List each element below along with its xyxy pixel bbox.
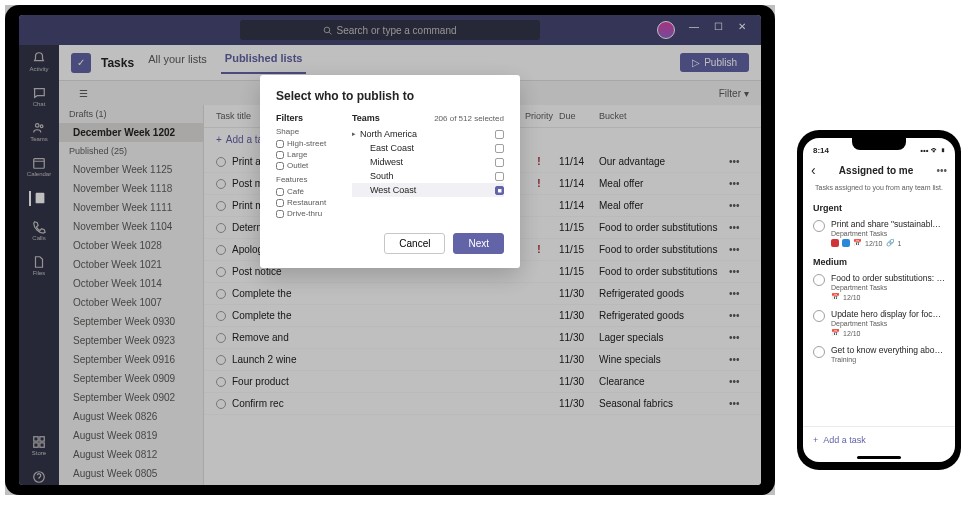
attachment-icon: 🔗	[886, 239, 895, 247]
calendar-icon: 📅	[831, 293, 840, 301]
signal-icons: ••• ᯤ ▮	[920, 146, 945, 155]
team-checkbox[interactable]	[495, 144, 504, 153]
more-button[interactable]: •••	[936, 165, 947, 176]
phone-task-meta: Department Tasks	[831, 320, 945, 327]
team-checkbox[interactable]: ■	[495, 186, 504, 195]
features-label: Features	[276, 175, 338, 184]
phone-task-meta: Training	[831, 356, 945, 363]
cancel-button[interactable]: Cancel	[384, 233, 445, 254]
team-row[interactable]: South	[352, 169, 504, 183]
phone-task-row[interactable]: Food to order substitutions: Post… Depar…	[803, 269, 955, 305]
modal-overlay[interactable]: Select who to publish to Filters Shape H…	[19, 15, 761, 485]
filter-checkbox[interactable]: Restaurant	[276, 197, 338, 208]
filter-checkbox[interactable]: Café	[276, 186, 338, 197]
filters-label: Filters	[276, 113, 338, 123]
phone-task-meta: Department Tasks	[831, 284, 945, 291]
filter-checkbox[interactable]: Outlet	[276, 160, 338, 171]
phone-task-row[interactable]: Update hero display for focus on ne… Dep…	[803, 305, 955, 341]
filter-checkbox[interactable]: High-street	[276, 138, 338, 149]
team-checkbox[interactable]	[495, 172, 504, 181]
team-name: North America	[360, 129, 417, 139]
phone-task-title: Update hero display for focus on ne…	[831, 309, 945, 319]
team-row[interactable]: ▸North America	[352, 127, 504, 141]
filter-checkbox[interactable]: Drive-thru	[276, 208, 338, 219]
team-checkbox[interactable]	[495, 158, 504, 167]
team-checkbox[interactable]	[495, 130, 504, 139]
team-row[interactable]: West Coast■	[352, 183, 504, 197]
phone-task-row[interactable]: Get to know everything about digi… Train…	[803, 341, 955, 367]
team-row[interactable]: East Coast	[352, 141, 504, 155]
team-name: East Coast	[370, 143, 414, 153]
phone-section-label: Medium	[803, 251, 955, 269]
team-row[interactable]: Midwest	[352, 155, 504, 169]
plus-icon: +	[813, 435, 818, 445]
phone-add-task[interactable]: +Add a task	[803, 426, 955, 453]
phone-subtitle: Tasks assigned to you from any team list…	[803, 184, 955, 197]
red-tag-icon	[831, 239, 839, 247]
phone-task-title: Print and share "sustainable, huma…	[831, 219, 945, 229]
phone-page-title: Assigned to me	[816, 165, 937, 176]
shape-label: Shape	[276, 127, 338, 136]
phone-mockup: 8:14 ••• ᯤ ▮ ‹ Assigned to me ••• Tasks …	[797, 130, 961, 470]
phone-task-title: Food to order substitutions: Post…	[831, 273, 945, 283]
calendar-icon: 📅	[853, 239, 862, 247]
modal-title: Select who to publish to	[276, 89, 504, 103]
phone-task-meta: Department Tasks	[831, 230, 945, 237]
phone-task-radio[interactable]	[813, 346, 825, 358]
teams-label: Teams	[352, 113, 434, 123]
phone-task-radio[interactable]	[813, 220, 825, 232]
home-indicator[interactable]	[857, 456, 901, 459]
calendar-icon: 📅	[831, 329, 840, 337]
team-name: West Coast	[370, 185, 416, 195]
phone-task-title: Get to know everything about digi…	[831, 345, 945, 355]
selection-count: 206 of 512 selected	[434, 114, 504, 123]
caret-icon: ▸	[352, 130, 360, 138]
phone-section-label: Urgent	[803, 197, 955, 215]
team-name: Midwest	[370, 157, 403, 167]
phone-task-row[interactable]: Print and share "sustainable, huma… Depa…	[803, 215, 955, 251]
publish-modal: Select who to publish to Filters Shape H…	[260, 75, 520, 268]
team-name: South	[370, 171, 394, 181]
filter-checkbox[interactable]: Large	[276, 149, 338, 160]
phone-task-radio[interactable]	[813, 274, 825, 286]
phone-task-radio[interactable]	[813, 310, 825, 322]
blue-tag-icon	[842, 239, 850, 247]
next-button[interactable]: Next	[453, 233, 504, 254]
